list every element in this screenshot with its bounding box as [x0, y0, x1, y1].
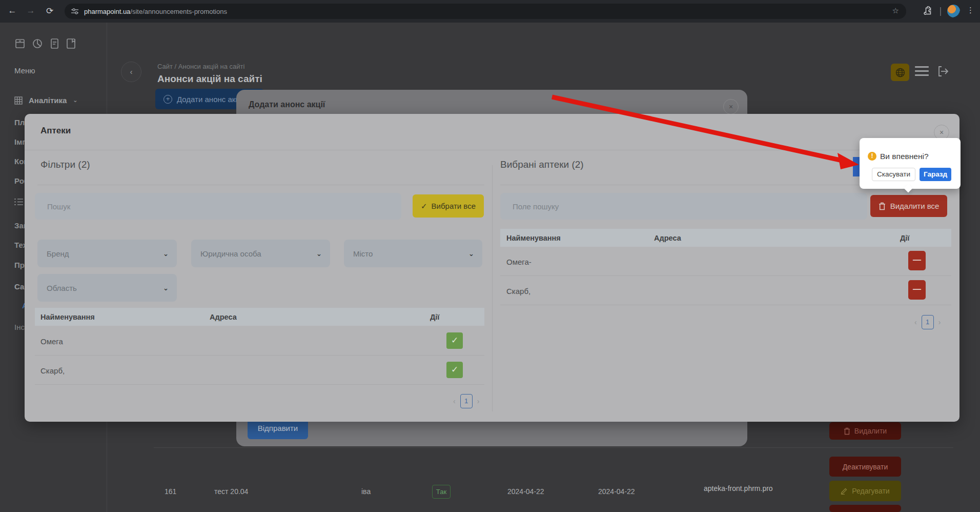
- selected-search-input[interactable]: Поле пошуку: [500, 193, 867, 220]
- site-settings-icon[interactable]: [71, 7, 79, 15]
- filters-pagination: ‹ 1 ›: [453, 394, 479, 408]
- prev-page-icon[interactable]: ‹: [453, 397, 456, 405]
- ok-button[interactable]: Гаразд: [920, 168, 951, 181]
- forward-icon[interactable]: →: [25, 6, 37, 16]
- language-globe-button[interactable]: [891, 64, 909, 81]
- row-divider: [35, 355, 484, 356]
- delete-row-button[interactable]: Видалити: [829, 422, 901, 440]
- grid-icon: [14, 96, 23, 105]
- edit-row-button[interactable]: Редагувати: [829, 481, 901, 501]
- brand-dropdown[interactable]: Бренд ⌄: [37, 240, 177, 267]
- chevron-down-icon: ⌄: [163, 250, 169, 258]
- select-all-button[interactable]: ✓ Вибрати все: [413, 194, 484, 218]
- prev-page-icon[interactable]: ‹: [914, 318, 917, 326]
- selected-heading: Вибрані аптеки (2): [500, 159, 584, 170]
- column-divider: [492, 165, 493, 411]
- row-author: іва: [361, 487, 371, 496]
- sidebar-collapse-button[interactable]: ‹: [121, 62, 141, 82]
- chevron-down-icon: ⌄: [163, 284, 169, 292]
- warning-icon: !: [868, 152, 876, 161]
- row-domain: apteka-front.phrm.pro: [704, 484, 773, 493]
- trash-icon: [844, 427, 850, 435]
- pie-chart-icon[interactable]: [32, 38, 43, 51]
- next-page-icon[interactable]: ›: [938, 318, 941, 326]
- document-icon[interactable]: [49, 38, 59, 51]
- select-row-button[interactable]: ✓: [446, 362, 463, 378]
- trash-icon: [879, 202, 886, 210]
- partial-button[interactable]: [829, 505, 901, 512]
- delete-all-button[interactable]: Видалити все: [870, 195, 947, 217]
- chevron-down-icon: ⌄: [73, 97, 77, 104]
- hamburger-menu-icon[interactable]: [915, 66, 929, 76]
- breadcrumb: Сайт / Анонси акцій на сайті: [157, 63, 244, 70]
- city-dropdown[interactable]: Місто ⌄: [344, 240, 482, 267]
- chevron-down-icon: ⌄: [316, 250, 322, 258]
- sidebar-item-analytics[interactable]: Аналітика ⌄: [14, 96, 78, 105]
- address-bar[interactable]: pharmapoint.ua/site/announcements-promot…: [65, 4, 906, 19]
- table-row-divider: [154, 447, 953, 448]
- modal-title: Додати анонс акції: [249, 100, 325, 109]
- row-name: тест 20.04: [214, 487, 248, 496]
- remove-row-button[interactable]: —: [908, 251, 926, 270]
- select-row-button[interactable]: ✓: [446, 332, 463, 349]
- confirm-popover: ! Ви впевнені? Скасувати Гаразд: [860, 138, 961, 189]
- toolbar-separator: [940, 7, 941, 16]
- sidebar-top-icons: [14, 38, 76, 51]
- table-row: Скарб,: [40, 366, 65, 375]
- close-icon[interactable]: ×: [723, 99, 739, 114]
- confirm-message: Ви впевнені?: [880, 152, 929, 161]
- table-row: Омега: [40, 337, 63, 346]
- selected-pagination: ‹ 1 ›: [914, 315, 941, 329]
- table-row: Омега-: [506, 258, 532, 266]
- remove-row-button[interactable]: —: [908, 280, 926, 300]
- divider: [25, 150, 959, 150]
- profile-avatar[interactable]: [947, 5, 960, 17]
- back-icon[interactable]: ←: [6, 6, 18, 16]
- filters-heading: Фільтри (2): [40, 159, 90, 170]
- globe-icon: [895, 68, 905, 77]
- check-icon: ✓: [421, 202, 427, 211]
- browser-toolbar: ← → ⟳ pharmapoint.ua/site/announcements-…: [0, 0, 980, 23]
- plus-circle-icon: +: [164, 95, 172, 104]
- row-divider: [500, 275, 951, 276]
- puzzle-icon[interactable]: [923, 6, 932, 18]
- filters-table-header: Найменування Адреса Дії: [35, 308, 484, 326]
- pencil-icon: [841, 487, 848, 495]
- pharmacies-modal: Аптеки × Фільтри (2) Пошук ✓ Вибрати все…: [25, 114, 959, 422]
- deactivate-row-button[interactable]: Деактивувати: [829, 457, 901, 477]
- table-row: Скарб,: [506, 287, 530, 296]
- search-input[interactable]: Пошук: [35, 193, 401, 220]
- logout-icon[interactable]: [936, 65, 950, 80]
- divider: [37, 185, 484, 185]
- selected-table-header: Найменування Адреса Дії: [500, 229, 951, 247]
- cancel-button[interactable]: Скасувати: [872, 168, 915, 181]
- row-date-end: 2024-04-22: [598, 487, 635, 496]
- row-id: 161: [165, 487, 176, 496]
- modal-title: Аптеки: [40, 126, 71, 136]
- star-icon[interactable]: ☆: [892, 6, 899, 15]
- row-divider: [35, 384, 484, 385]
- sidebar-list-icon-item[interactable]: [14, 198, 23, 207]
- region-dropdown[interactable]: Область ⌄: [37, 274, 177, 302]
- legal-entity-dropdown[interactable]: Юридична особа ⌄: [191, 240, 330, 267]
- status-badge: Так: [432, 485, 451, 499]
- list-icon: [14, 198, 23, 206]
- next-page-icon[interactable]: ›: [477, 397, 480, 405]
- url-text: pharmapoint.ua/site/announcements-promot…: [84, 8, 227, 15]
- page-1-button[interactable]: 1: [922, 315, 934, 329]
- book-icon[interactable]: [66, 38, 76, 51]
- archive-icon[interactable]: [14, 38, 26, 51]
- page-title: Анонси акцій на сайті: [157, 73, 262, 85]
- reload-icon[interactable]: ⟳: [44, 6, 56, 16]
- row-divider: [500, 305, 951, 305]
- kebab-icon[interactable]: ⋮: [967, 6, 974, 15]
- sidebar-menu-label: Меню: [14, 66, 35, 75]
- chevron-down-icon: ⌄: [468, 250, 474, 258]
- row-date-start: 2024-04-22: [507, 487, 544, 496]
- page-1-button[interactable]: 1: [460, 394, 473, 408]
